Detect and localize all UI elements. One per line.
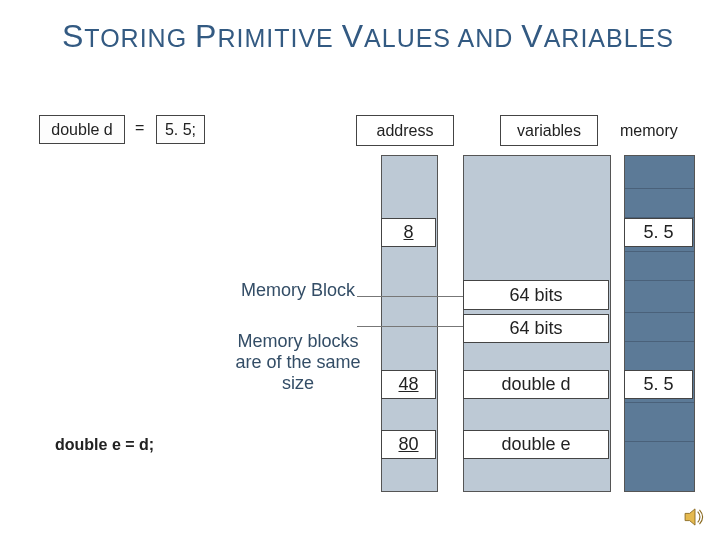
mem-divider [625, 188, 694, 218]
mem-divider [625, 402, 694, 442]
connector-line [357, 326, 463, 327]
mem-divider [625, 251, 694, 281]
address-cell-8: 8 [381, 218, 436, 247]
decl-bottom: double e = d; [55, 436, 154, 454]
memory-block-note: Memory blocks are of the same size [231, 331, 365, 394]
svg-marker-0 [685, 509, 695, 525]
mem-cell-5.5-b: 5. 5 [624, 370, 693, 399]
var-cell-double-e: double e [463, 430, 609, 459]
speaker-icon [684, 508, 706, 526]
var-cell-double-d: double d [463, 370, 609, 399]
mem-cell-5.5-a: 5. 5 [624, 218, 693, 247]
connector-line [357, 296, 463, 297]
header-memory: memory [620, 115, 699, 146]
address-cell-48: 48 [381, 370, 436, 399]
mem-divider [625, 312, 694, 342]
slide: STORING PRIMITIVE VALUES AND VARIABLES d… [0, 0, 720, 540]
memory-column [624, 155, 695, 492]
slide-title: STORING PRIMITIVE VALUES AND VARIABLES [62, 18, 674, 55]
address-cell-80: 80 [381, 430, 436, 459]
var-cell-64bits-b: 64 bits [463, 314, 609, 343]
header-address: address [356, 115, 454, 146]
header-variables: variables [500, 115, 598, 146]
var-cell-64bits-a: 64 bits [463, 280, 609, 310]
decl-value-box: 5. 5; [156, 115, 205, 144]
memory-block-label: Memory Block [238, 280, 358, 301]
decl-equals: = [135, 119, 144, 137]
decl-type-var-box: double d [39, 115, 125, 144]
